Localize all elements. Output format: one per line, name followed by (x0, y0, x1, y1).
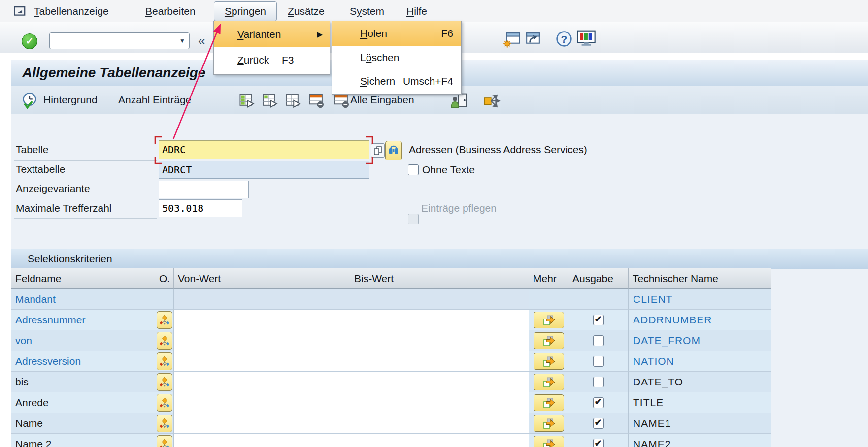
window-menu-icon[interactable] (13, 5, 27, 18)
selection-options-button[interactable] (157, 352, 172, 370)
bis-wert-input[interactable] (350, 413, 529, 433)
menu-springen[interactable]: Springen (214, 1, 277, 21)
menu-tabellenanzeige[interactable]: Tabellenanzeige (34, 0, 109, 22)
mehr-button[interactable] (534, 353, 564, 370)
toolbar-separator (476, 93, 476, 107)
table-row: Adressversion NATION (11, 351, 771, 372)
collapse-toolbar-icon[interactable]: « (198, 31, 205, 51)
distribute-icon[interactable] (483, 93, 501, 109)
mehr-button[interactable] (534, 394, 564, 411)
find-icon[interactable] (385, 141, 402, 160)
col-bis-wert: Bis-Wert (350, 268, 529, 289)
von-wert-input[interactable] (174, 434, 350, 447)
col-technischer-name: Technischer Name (629, 268, 771, 289)
output-checkbox[interactable] (593, 335, 604, 346)
bis-wert-input[interactable] (350, 310, 529, 330)
selection-options-button[interactable] (157, 311, 172, 329)
anzahl-eintraege-button[interactable]: Anzahl Einträge (118, 86, 191, 114)
mehr-button[interactable] (534, 332, 564, 349)
deselect-all-output-icon[interactable] (334, 93, 350, 108)
field-label[interactable]: Adressnummer (11, 314, 85, 326)
hintergrund-button[interactable]: Hintergrund (43, 86, 98, 114)
von-wert-input[interactable] (174, 310, 350, 330)
output-checkbox[interactable] (593, 356, 604, 367)
output-checkbox[interactable] (593, 439, 604, 447)
menu-item-varianten[interactable]: Varianten ▶ (214, 21, 330, 47)
ausgabe-cell (568, 289, 629, 310)
eintraege-pflegen-checkbox[interactable] (408, 214, 419, 224)
texttabelle-input[interactable] (159, 161, 369, 179)
field-label[interactable]: bis (11, 376, 29, 388)
mehr-button[interactable] (534, 312, 564, 328)
user-parameters-icon[interactable] (450, 93, 468, 109)
page-title: Allgemeine Tabellenanzeige (22, 60, 205, 86)
help-icon[interactable]: ? (556, 31, 572, 47)
von-wert-input[interactable] (174, 372, 350, 392)
menu-item-holen[interactable]: Holen F6 (332, 21, 461, 46)
menu-zusaetze[interactable]: Zusätze (288, 0, 325, 22)
von-wert-input[interactable] (174, 413, 350, 433)
texttabelle-label: Texttabelle (16, 160, 65, 179)
von-wert-cell (174, 372, 350, 392)
customize-layout-icon[interactable] (576, 30, 596, 47)
von-wert-cell (174, 434, 350, 447)
menu-item-sichern[interactable]: Sichern Umsch+F4 (332, 69, 461, 93)
menu-item-label: Varianten (214, 29, 281, 40)
col-option: O. (155, 268, 174, 289)
new-session-icon[interactable] (503, 31, 521, 48)
bis-wert-input[interactable] (350, 434, 529, 447)
max-trefferzahl-input[interactable] (159, 199, 242, 217)
selection-options-button[interactable] (157, 332, 172, 350)
menu-bar (0, 0, 868, 23)
output-checkbox[interactable] (593, 418, 604, 429)
bis-wert-input[interactable] (350, 372, 529, 392)
von-wert-input[interactable] (174, 330, 350, 351)
command-field-dropdown-icon[interactable]: ▼ (176, 32, 188, 49)
field-label[interactable]: Name (11, 417, 43, 429)
selection-options-button[interactable] (157, 394, 172, 412)
field-label[interactable]: von (11, 335, 32, 347)
menu-hilfe[interactable]: Hilfe (406, 0, 427, 22)
command-field[interactable] (49, 32, 190, 49)
execute-icon[interactable] (21, 92, 38, 109)
mehr-button[interactable] (534, 415, 564, 432)
mehr-cell (529, 289, 568, 310)
create-shortcut-icon[interactable] (524, 31, 542, 48)
bis-wert-input[interactable] (350, 351, 529, 371)
selection-options-button[interactable] (157, 435, 172, 447)
toolbar-separator (442, 93, 442, 107)
field-label[interactable]: Mandant (11, 293, 56, 305)
fields-for-selection-one-icon[interactable] (262, 93, 278, 108)
continue-icon[interactable]: ✓ (22, 33, 37, 49)
menu-system[interactable]: System (350, 0, 384, 22)
von-wert-input[interactable] (174, 351, 350, 371)
fields-for-selection-all-icon[interactable] (239, 93, 255, 108)
output-checkbox[interactable] (593, 397, 604, 408)
field-label[interactable]: Anrede (11, 397, 49, 409)
field-label[interactable]: Name 2 (11, 438, 52, 447)
bis-wert-input[interactable] (350, 330, 529, 351)
ohne-texte-checkbox[interactable] (408, 164, 419, 175)
output-checkbox[interactable] (593, 377, 604, 387)
group-title: Selektionskriterien (28, 249, 112, 269)
bis-wert-input[interactable] (350, 392, 529, 413)
selection-options-button[interactable] (157, 415, 172, 432)
von-wert-input[interactable] (174, 392, 350, 413)
tabelle-input[interactable] (159, 140, 369, 159)
menu-bearbeiten[interactable]: Bearbeiten (145, 0, 196, 22)
menu-item-zurueck[interactable]: Zurück F3 (214, 47, 330, 73)
copy-values-icon[interactable] (371, 143, 385, 158)
output-checkbox[interactable] (593, 315, 604, 325)
anzeigevariante-input[interactable] (159, 181, 249, 198)
field-label-cell: Adressnummer (11, 310, 155, 330)
deselect-output-field-icon[interactable] (308, 93, 325, 108)
selection-options-button[interactable] (157, 373, 172, 391)
ausgabe-cell (568, 372, 629, 392)
mehr-button[interactable] (534, 436, 564, 447)
table-row: Name NAME1 (11, 413, 771, 434)
menu-item-loeschen[interactable]: Löschen (332, 46, 461, 69)
fields-for-selection-none-icon[interactable] (285, 93, 301, 108)
ohne-texte-label: Ohne Texte (422, 161, 475, 179)
mehr-button[interactable] (534, 374, 564, 390)
field-label[interactable]: Adressversion (11, 355, 81, 367)
